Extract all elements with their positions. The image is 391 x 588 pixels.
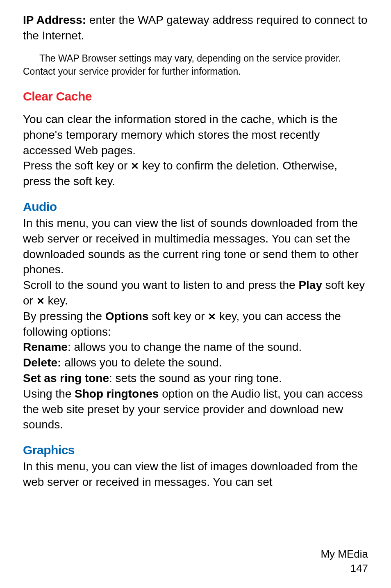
graphics-heading: Graphics <box>23 443 368 457</box>
note-line1: The WAP Browser settings may vary, depen… <box>39 53 341 64</box>
clear-cache-p2: Press the soft key or ✕ key to confirm t… <box>23 158 368 189</box>
play-label: Play <box>298 279 322 291</box>
note-line2: Contact your service provider for furthe… <box>23 65 368 78</box>
setring-line: Set as ring tone: sets the sound as your… <box>23 371 368 386</box>
delete-label: Delete: <box>23 356 61 369</box>
audio-p4-a: Using the <box>23 387 75 400</box>
setring-text: : sets the sound as your ring tone. <box>109 372 282 384</box>
audio-p3: By pressing the Options soft key or ✕ ke… <box>23 309 368 340</box>
audio-p2-d: key. <box>45 294 68 307</box>
delete-text: allows you to delete the sound. <box>61 356 222 369</box>
shop-ringtones-label: Shop ringtones <box>75 387 159 400</box>
audio-heading: Audio <box>23 200 368 214</box>
play-key-icon: ✕ <box>36 295 45 308</box>
cc-p2-a: Press the <box>23 159 75 172</box>
setring-label: Set as ring tone <box>23 372 109 384</box>
ip-address-label: IP Address: <box>23 14 86 26</box>
clear-cache-p1: You can clear the information stored in … <box>23 112 368 158</box>
footer-page-number: 147 <box>321 561 368 576</box>
options-key-icon: ✕ <box>208 310 216 323</box>
rename-line: Rename: allows you to change the name of… <box>23 339 368 355</box>
audio-p2: Scroll to the sound you want to listen t… <box>23 277 368 309</box>
confirm-key-icon: ✕ <box>131 160 139 173</box>
cc-p2-b: soft key or <box>75 159 131 172</box>
audio-p3-c: soft key or <box>149 310 208 323</box>
ip-address-paragraph: IP Address: enter the WAP gateway addres… <box>23 12 368 43</box>
clear-cache-heading: Clear Cache <box>23 89 368 103</box>
options-label: Options <box>105 310 149 323</box>
audio-p1: In this menu, you can view the list of s… <box>23 215 368 277</box>
cc-p2-d: soft key. <box>73 175 115 188</box>
page-footer: My MEdia 147 <box>321 547 368 576</box>
audio-p3-a: By pressing the <box>23 310 105 323</box>
audio-p4: Using the Shop ringtones option on the A… <box>23 386 368 432</box>
delete-line: Delete: allows you to delete the sound. <box>23 355 368 371</box>
footer-section: My MEdia <box>321 547 368 561</box>
rename-text: : allows you to change the name of the s… <box>68 341 302 353</box>
note-paragraph: The WAP Browser settings may vary, depen… <box>23 52 368 78</box>
graphics-p1: In this menu, you can view the list of i… <box>23 459 368 490</box>
audio-p2-a: Scroll to the sound you want to listen t… <box>23 279 298 291</box>
rename-label: Rename <box>23 341 68 353</box>
